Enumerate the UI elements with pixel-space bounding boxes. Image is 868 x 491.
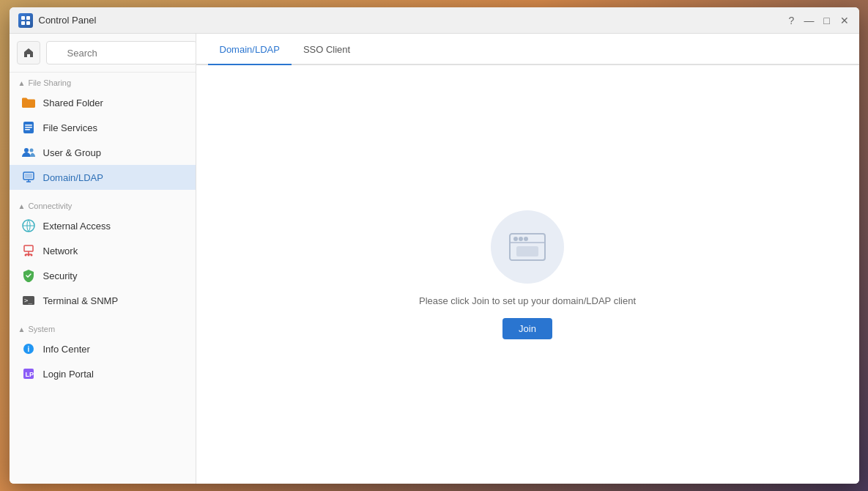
svg-rect-2	[21, 21, 25, 25]
svg-rect-7	[25, 125, 32, 126]
empty-state-message: Please click Join to set up your domain/…	[419, 295, 636, 306]
login-portal-icon: LP	[21, 366, 36, 381]
svg-rect-13	[25, 174, 32, 178]
content-area: Domain/LDAP SSO Client Please click Join…	[196, 34, 859, 484]
sidebar-item-label-file-services: File Services	[43, 122, 97, 133]
section-header-system[interactable]: ▲ System	[10, 319, 196, 336]
sidebar-item-label-terminal-snmp: Terminal & SNMP	[43, 295, 119, 306]
domain-icon	[21, 170, 36, 185]
search-input[interactable]	[46, 41, 196, 64]
section-header-connectivity[interactable]: ▲ Connectivity	[10, 196, 196, 213]
sidebar-item-network[interactable]: Network	[10, 238, 196, 263]
sidebar-item-label-login-portal: Login Portal	[43, 369, 94, 380]
tab-sso-client[interactable]: SSO Client	[292, 34, 362, 65]
content-body: Please click Join to set up your domain/…	[196, 65, 859, 484]
help-button[interactable]: ?	[786, 15, 798, 26]
chevron-icon-connectivity: ▲	[18, 202, 26, 210]
svg-rect-9	[25, 129, 30, 130]
sidebar-item-label-shared-folder: Shared Folder	[43, 97, 103, 108]
sidebar-item-label-info-center: Info Center	[43, 344, 90, 355]
svg-rect-17	[24, 246, 33, 251]
main-layout: ▲ File Sharing Shared Folder	[10, 34, 859, 484]
home-button[interactable]	[17, 41, 40, 64]
terminal-icon: >_	[21, 293, 36, 308]
sidebar-item-terminal-snmp[interactable]: >_ Terminal & SNMP	[10, 288, 196, 313]
sidebar-item-label-network: Network	[43, 246, 78, 256]
tab-bar: Domain/LDAP SSO Client	[196, 34, 859, 65]
tab-domain-ldap[interactable]: Domain/LDAP	[208, 34, 292, 65]
svg-point-10	[24, 148, 29, 152]
section-label-connectivity: Connectivity	[28, 202, 72, 210]
svg-point-31	[519, 237, 522, 240]
control-panel-window: Control Panel ? — □ ✕	[10, 7, 859, 484]
external-access-icon	[21, 218, 36, 233]
sidebar-item-file-services[interactable]: File Services	[10, 115, 196, 140]
svg-point-20	[24, 254, 26, 256]
sidebar-top	[10, 34, 196, 73]
svg-text:LP: LP	[25, 371, 34, 378]
close-button[interactable]: ✕	[839, 15, 850, 26]
search-wrapper	[46, 41, 196, 64]
users-icon	[21, 145, 36, 160]
sidebar-item-label-external-access: External Access	[43, 221, 111, 232]
svg-text:i: i	[27, 345, 29, 353]
sidebar-item-label-domain-ldap: Domain/LDAP	[43, 172, 103, 183]
svg-point-21	[27, 254, 29, 256]
section-header-file-sharing[interactable]: ▲ File Sharing	[10, 73, 196, 90]
join-button[interactable]: Join	[502, 318, 552, 339]
section-label-file-sharing: File Sharing	[28, 78, 71, 87]
svg-point-22	[30, 254, 32, 256]
sidebar-item-label-user-group: User & Group	[43, 147, 101, 158]
minimize-button[interactable]: —	[804, 15, 815, 26]
svg-point-30	[514, 237, 517, 240]
sidebar-item-login-portal[interactable]: LP Login Portal	[10, 361, 196, 386]
info-icon: i	[21, 342, 36, 356]
sidebar-item-label-security: Security	[43, 270, 78, 281]
sidebar-item-external-access[interactable]: External Access	[10, 213, 196, 238]
sidebar-item-shared-folder[interactable]: Shared Folder	[10, 90, 196, 115]
svg-rect-1	[26, 16, 30, 20]
sidebar-item-info-center[interactable]: i Info Center	[10, 336, 196, 361]
titlebar: Control Panel ? — □ ✕	[10, 7, 859, 34]
folder-icon	[21, 95, 36, 110]
chevron-icon: ▲	[18, 79, 26, 87]
empty-state-icon	[491, 210, 564, 284]
file-services-icon	[21, 120, 36, 135]
security-icon	[21, 268, 36, 283]
window-controls: ? — □ ✕	[786, 15, 850, 26]
svg-rect-0	[21, 16, 25, 20]
svg-point-11	[29, 149, 33, 152]
window-title: Control Panel	[39, 15, 786, 26]
app-icon	[18, 13, 33, 28]
svg-rect-34	[517, 247, 538, 256]
network-icon	[21, 243, 36, 258]
maximize-button[interactable]: □	[821, 15, 833, 26]
svg-text:>_: >_	[24, 297, 32, 304]
svg-point-32	[524, 237, 527, 240]
chevron-icon-system: ▲	[18, 325, 26, 333]
sidebar-item-security[interactable]: Security	[10, 263, 196, 288]
svg-rect-8	[25, 127, 32, 128]
svg-rect-3	[26, 21, 30, 25]
sidebar-item-user-group[interactable]: User & Group	[10, 140, 196, 165]
section-label-system: System	[28, 325, 55, 333]
sidebar: ▲ File Sharing Shared Folder	[10, 34, 196, 484]
sidebar-item-domain-ldap[interactable]: Domain/LDAP	[10, 165, 196, 190]
